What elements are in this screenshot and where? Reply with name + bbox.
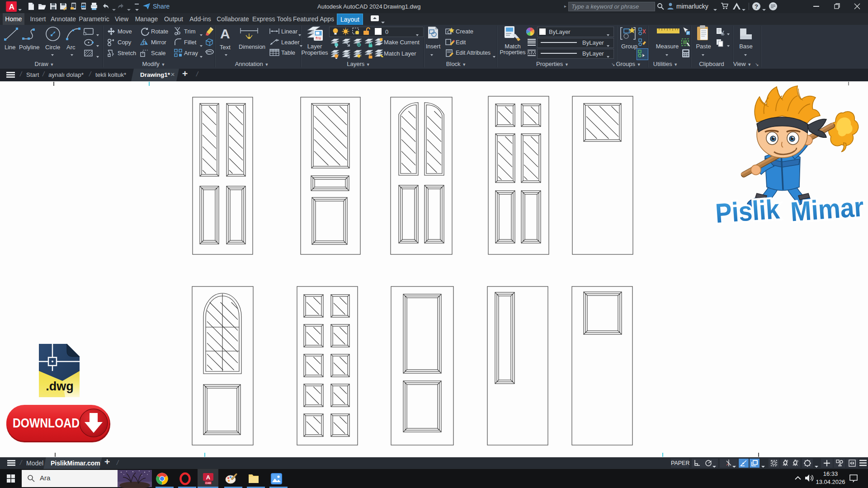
svg-text:Mimar: Mimar — [789, 192, 864, 227]
svg-text:A: A — [206, 474, 211, 481]
svg-text:A: A — [9, 3, 14, 11]
svg-text:CAD: CAD — [206, 482, 211, 484]
svg-text:Pislik: Pislik — [714, 194, 781, 229]
svg-text:DOWNLOAD: DOWNLOAD — [13, 416, 80, 430]
svg-text:?: ? — [755, 3, 758, 10]
svg-text:.dwg: .dwg — [46, 380, 74, 393]
